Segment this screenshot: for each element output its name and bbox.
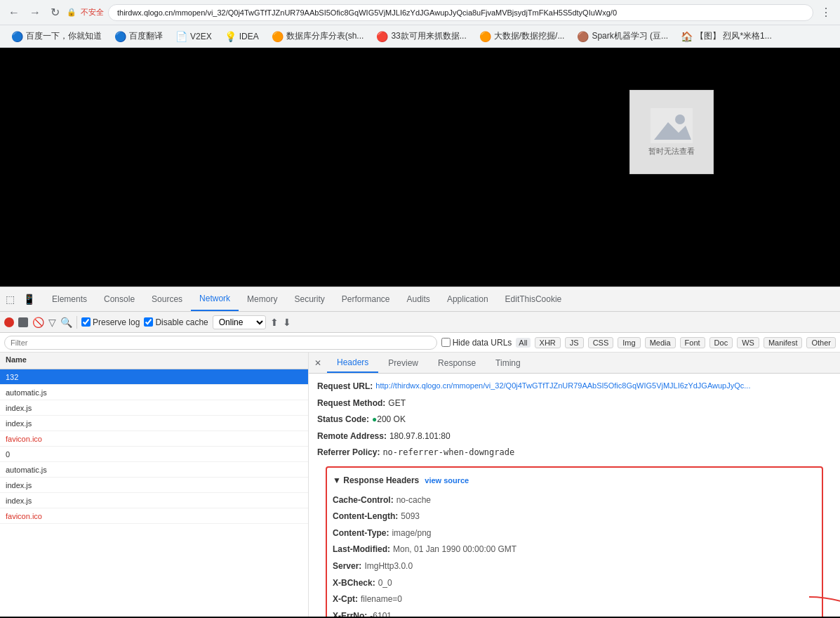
bookmark-spark[interactable]: 🟤 Spark机器学习 (豆... [571,29,674,44]
network-item-index2[interactable]: index.js [0,416,308,431]
network-item-index1[interactable]: index.js [0,400,308,416]
network-item-index3[interactable]: index.js [0,478,308,493]
tab-audits[interactable]: Audits [399,287,439,311]
last-modified-key: Last-Modified: [333,542,390,558]
tab-editthiscookie[interactable]: EditThisCookie [497,287,571,311]
bookmark-translate[interactable]: 🔵 百度翻译 [109,29,168,44]
hide-urls-label[interactable]: Hide data URLs [441,338,512,348]
network-item-index4[interactable]: index.js [0,493,308,508]
item-name-auto2: automatic.js [0,466,53,474]
translate-icon: 🔵 [114,31,126,42]
tab-sources[interactable]: Sources [143,287,191,311]
filter-font[interactable]: Font [680,337,705,348]
hide-urls-checkbox[interactable] [441,338,451,347]
tab-network[interactable]: Network [191,287,239,311]
all-filter-btn[interactable]: All [516,338,530,348]
bookmark-db[interactable]: 🟠 数据库分库分表(sh... [266,29,370,44]
bookmark-label: Spark机器学习 (豆... [592,30,668,42]
filter-xhr[interactable]: XHR [535,337,561,348]
preserve-log-checkbox[interactable] [81,317,91,327]
x-cpt-row: X-Cpt: filename=0 [333,592,816,607]
content-type-key: Content-Type: [333,526,389,541]
x-bcheck-val: 0_0 [378,576,392,591]
referrer-val: no-referrer-when-downgrade [382,445,514,461]
forward-button[interactable]: → [27,4,44,22]
bookmark-bigdata[interactable]: 🟠 大数据/数据挖掘/... [474,29,571,44]
tab-close-btn[interactable]: ✕ [309,353,327,373]
method-val: GET [388,396,406,412]
network-item-132[interactable]: 132 [0,369,308,385]
disable-cache-checkbox[interactable] [144,317,153,327]
network-item-favicon2[interactable]: favicon.ico [0,508,308,524]
timing-tab[interactable]: Timing [486,353,531,373]
x-cpt-val: filename=0 [361,592,402,607]
search-button[interactable]: 🔍 [60,317,72,328]
item-name-132: 132 [0,373,24,381]
filter-button[interactable]: ▽ [48,317,56,328]
menu-button[interactable]: ⋮ [818,3,834,22]
view-source-link[interactable]: view source [425,474,469,488]
bookmark-label: 大数据/数据挖掘/... [494,30,565,42]
back-button[interactable]: ← [6,4,22,22]
device-icon[interactable]: 📱 [20,291,38,308]
filter-other[interactable]: Other [806,337,836,348]
bookmark-idea[interactable]: 💡 IDEA [219,29,265,44]
tab-application[interactable]: Application [439,287,497,311]
bookmark-label: 数据库分库分表(sh... [286,30,364,42]
network-toolbar: 🚫 ▽ 🔍 Preserve log Disable cache Online … [0,312,840,333]
item-name-index1: index.js [0,404,37,412]
last-modified-val: Mon, 01 Jan 1990 00:00:00 GMT [393,542,516,558]
preserve-log-label[interactable]: Preserve log [81,317,140,327]
filter-input[interactable] [4,336,437,350]
image-placeholder: 暂时无法查看 [629,90,714,174]
address-bar[interactable] [108,4,813,21]
export-button[interactable]: ⬇ [283,317,291,328]
x-bcheck-row: X-BCheck: 0_0 [333,576,816,591]
response-tab[interactable]: Response [428,353,486,373]
bigdata-icon: 🟠 [479,31,491,42]
bookmark-label: 百度一下，你就知道 [26,30,102,42]
import-button[interactable]: ⬆ [270,317,279,328]
response-headers-section: ▼ Response Headers view source Cache-Con… [326,466,823,617]
baidu-icon: 🔵 [11,31,23,42]
tab-memory[interactable]: Memory [239,287,286,311]
filter-manifest[interactable]: Manifest [764,337,803,348]
tab-security[interactable]: Security [286,287,333,311]
disable-cache-label[interactable]: Disable cache [144,317,208,327]
last-modified-row: Last-Modified: Mon, 01 Jan 1990 00:00:00… [333,542,816,558]
status-code-row: Status Code: ● 200 OK [317,412,832,428]
bookmark-33[interactable]: 🔴 33款可用来抓数据... [371,29,472,44]
bookmark-v2ex[interactable]: 📄 V2EX [170,29,218,44]
inspect-icon[interactable]: ⬚ [3,291,18,308]
remote-key: Remote Address: [317,429,387,445]
devtools-icons: ⬚ 📱 [3,291,44,308]
headers-tab[interactable]: Headers [327,353,378,373]
filter-doc[interactable]: Doc [709,337,733,348]
filter-js[interactable]: JS [565,337,584,348]
status-val: 200 OK [377,412,406,428]
network-item-auto2[interactable]: automatic.js [0,462,308,478]
bookmark-mige[interactable]: 🏠 【图】 烈风*米格1... [675,29,778,44]
filter-css[interactable]: CSS [588,337,614,348]
network-item-0[interactable]: 0 [0,447,308,462]
network-list-header: Name [0,353,308,369]
tab-performance[interactable]: Performance [333,287,399,311]
clear-button[interactable]: 🚫 [32,317,44,328]
refresh-button[interactable]: ↻ [48,3,62,22]
record-button[interactable] [4,317,14,327]
throttle-select[interactable]: Online Slow 3G Fast 3G Offline [213,315,266,329]
preview-tab[interactable]: Preview [378,353,428,373]
svg-point-1 [675,114,685,124]
network-item-auto1[interactable]: automatic.js [0,385,308,400]
filter-ws[interactable]: WS [737,337,759,348]
stop-button[interactable] [18,317,28,327]
tab-elements[interactable]: Elements [44,287,95,311]
item-name-index2: index.js [0,419,37,428]
tab-console[interactable]: Console [95,287,143,311]
filter-img[interactable]: Img [618,337,640,348]
bookmark-baidu[interactable]: 🔵 百度一下，你就知道 [6,29,107,44]
network-item-favicon1[interactable]: favicon.ico [0,431,308,447]
content-length-val: 5093 [401,509,420,525]
content-length-row: Content-Length: 5093 [333,509,816,525]
filter-media[interactable]: Media [645,337,676,348]
